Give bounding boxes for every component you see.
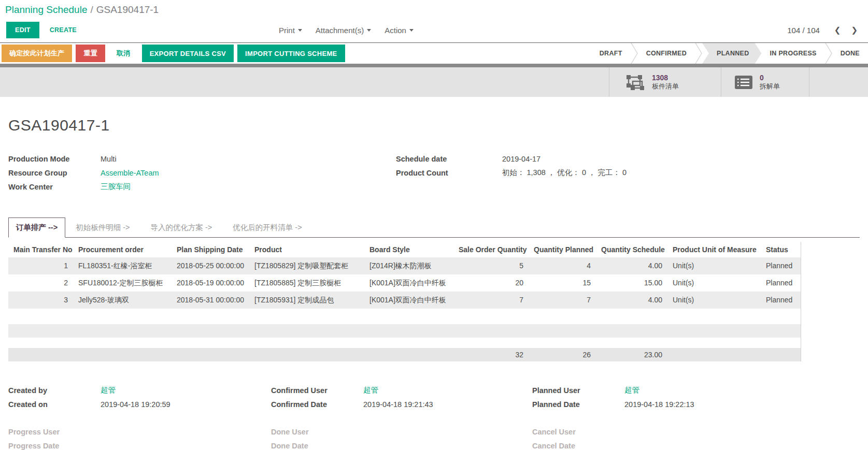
table-row[interactable]: 3 Jelly528-玻璃双 2018-05-31 00:00:00 [TZ18…	[8, 292, 801, 309]
reset-button[interactable]: 重置	[76, 45, 105, 62]
tab-imported-optimization[interactable]: 导入的优化方案 ->	[140, 218, 222, 237]
status-step-in-progress[interactable]: IN PROGRESS	[762, 43, 825, 64]
print-menu-label: Print	[279, 26, 295, 35]
col-main-transfer-no[interactable]: Main Transfer No	[8, 242, 73, 257]
stat-band: 1308 板件清单 0 拆解单	[0, 67, 868, 97]
confirmed-user-value[interactable]: 超管	[363, 385, 378, 395]
production-mode-value: Multi	[101, 155, 117, 163]
table-empty-row[interactable]	[8, 309, 801, 324]
status-step-confirmed[interactable]: CONFIRMED	[638, 43, 695, 64]
col-product[interactable]: Product	[249, 242, 364, 257]
cell-procurement-order: Jelly528-玻璃双	[73, 292, 172, 309]
chevron-down-icon	[409, 29, 414, 32]
confirmed-user-label: Confirmed User	[271, 386, 363, 395]
cell-quantity-planned: 15	[529, 274, 596, 292]
col-board-style[interactable]: Board Style	[364, 242, 453, 257]
create-button[interactable]: CREATE	[50, 26, 77, 34]
planned-date-value: 2019-04-18 19:22:13	[624, 400, 694, 409]
cell-plan-shipping-date: 2018-05-25 00:00:00	[172, 257, 249, 274]
cell-board-style: [K001A]双面冷白中纤板	[364, 274, 453, 292]
breadcrumb-current: GSA190417-1	[96, 4, 159, 15]
confirm-production-button[interactable]: 确定按此计划生产	[2, 45, 72, 62]
audit-column-created: Created by超管 Created on2019-04-18 19:20:…	[8, 383, 271, 450]
board-list-stat-button[interactable]: 1308 板件清单	[609, 67, 721, 97]
col-sale-order-quantity[interactable]: Sale Order Quantity	[453, 242, 529, 257]
disassembly-stat-button[interactable]: 0 拆解单	[721, 67, 809, 97]
work-center-label: Work Center	[8, 183, 101, 191]
board-list-count: 1308	[652, 74, 679, 83]
attachments-menu-label: Attachment(s)	[316, 26, 364, 35]
status-separator-icon	[631, 43, 638, 64]
status-step-draft[interactable]: DRAFT	[591, 43, 631, 64]
total-quantity-schedule: 23.00	[596, 348, 667, 361]
form-sheet: GSA190417-1 Production ModeMulti Resourc…	[0, 117, 868, 450]
resource-group-label: Resource Group	[8, 169, 101, 177]
disassembly-count: 0	[760, 74, 780, 83]
status-step-done[interactable]: DONE	[832, 43, 868, 64]
edit-button[interactable]: EDIT	[6, 22, 39, 38]
pager-next-icon[interactable]: ❯	[848, 25, 861, 35]
cell-status: Planned	[761, 292, 801, 309]
confirmed-date-label: Confirmed Date	[271, 400, 363, 409]
cell-plan-shipping-date: 2018-05-31 00:00:00	[172, 292, 249, 309]
action-bar: 确定按此计划生产 重置 取消 EXPORT DETAILS CSV IMPORT…	[0, 42, 868, 64]
created-by-value[interactable]: 超管	[101, 385, 116, 395]
pager-previous-icon[interactable]: ❮	[831, 25, 844, 35]
board-list-label: 板件清单	[652, 82, 679, 91]
breadcrumb-parent-link[interactable]: Planning Schedule	[5, 4, 87, 15]
total-sale-order-quantity: 32	[453, 348, 529, 361]
action-menu[interactable]: Action	[385, 26, 414, 35]
product-count-label: Product Count	[396, 169, 502, 177]
pager-counter: 104 / 104	[787, 26, 820, 35]
planned-user-value[interactable]: 超管	[624, 385, 639, 395]
col-status[interactable]: Status	[761, 242, 801, 257]
import-cutting-scheme-button[interactable]: IMPORT CUTTING SCHEME	[237, 45, 345, 62]
print-menu[interactable]: Print	[279, 26, 302, 35]
cell-product-uom: Unit(s)	[667, 274, 761, 292]
resource-group-value[interactable]: Assemble-ATeam	[101, 169, 159, 177]
cell-procurement-order: SFU180012-定制三胺橱柜	[73, 274, 172, 292]
attachments-menu[interactable]: Attachment(s)	[316, 26, 371, 35]
col-quantity-planned[interactable]: Quantity Planned	[529, 242, 596, 257]
field-group-left: Production ModeMulti Resource GroupAssem…	[8, 152, 396, 194]
cell-status: Planned	[761, 257, 801, 274]
table-header-row: Main Transfer No Procurement order Plan …	[8, 242, 801, 257]
cell-product-uom: Unit(s)	[667, 292, 761, 309]
cell-plan-shipping-date: 2018-05-19 00:00:00	[172, 274, 249, 292]
cell-quantity-planned: 4	[529, 257, 596, 274]
table-empty-row[interactable]	[8, 324, 801, 338]
cell-product-uom: Unit(s)	[667, 257, 761, 274]
tab-order-scheduling[interactable]: 订单排产 -->	[8, 217, 65, 238]
col-procurement-order[interactable]: Procurement order	[73, 242, 172, 257]
cell-board-style: [Z014R]橡木防潮板	[364, 257, 453, 274]
status-step-planned[interactable]: PLANNED	[702, 43, 762, 64]
cell-sale-order-quantity: 7	[453, 292, 529, 309]
col-product-uom[interactable]: Product Unit of Measure	[667, 242, 761, 257]
disassembly-label: 拆解单	[760, 82, 780, 91]
table-row[interactable]: 1 FL180351-红橡-浴室柜 2018-05-25 00:00:00 [T…	[8, 257, 801, 274]
cell-status: Planned	[761, 274, 801, 292]
chevron-down-icon	[298, 29, 302, 32]
cell-sale-order-quantity: 5	[453, 257, 529, 274]
table-row[interactable]: 2 SFU180012-定制三胺橱柜 2018-05-19 00:00:00 […	[8, 274, 801, 292]
col-plan-shipping-date[interactable]: Plan Shipping Date	[172, 242, 249, 257]
cancel-button[interactable]: 取消	[109, 45, 138, 62]
cancel-user-label: Cancel User	[532, 428, 624, 436]
audit-column-planned: Planned User超管 Planned Date2019-04-18 19…	[532, 383, 868, 450]
confirmed-date-value: 2019-04-18 19:21:43	[363, 400, 433, 409]
work-center-value[interactable]: 三胺车间	[101, 182, 131, 192]
tab-initial-board-detail[interactable]: 初始板件明细 ->	[65, 218, 140, 237]
list-icon	[734, 74, 753, 91]
audit-column-confirmed: Confirmed User超管 Confirmed Date2019-04-1…	[271, 383, 532, 450]
cell-product: [TZ1805885] 定制三胺橱柜	[249, 274, 364, 292]
export-details-csv-button[interactable]: EXPORT DETAILS CSV	[142, 45, 234, 62]
cell-quantity-schedule: 15.00	[596, 274, 667, 292]
divider	[0, 64, 868, 67]
field-groups: Production ModeMulti Resource GroupAssem…	[8, 152, 868, 194]
action-menu-label: Action	[385, 26, 406, 35]
order-scheduling-table: Main Transfer No Procurement order Plan …	[8, 242, 801, 361]
status-separator-icon	[825, 43, 832, 64]
col-quantity-schedule[interactable]: Quantity Schedule	[596, 242, 667, 257]
statusbar: DRAFT CONFIRMED PLANNED IN PROGRESS DONE	[591, 43, 868, 64]
tab-optimized-cutting-list[interactable]: 优化后的开料清单 ->	[222, 218, 312, 237]
